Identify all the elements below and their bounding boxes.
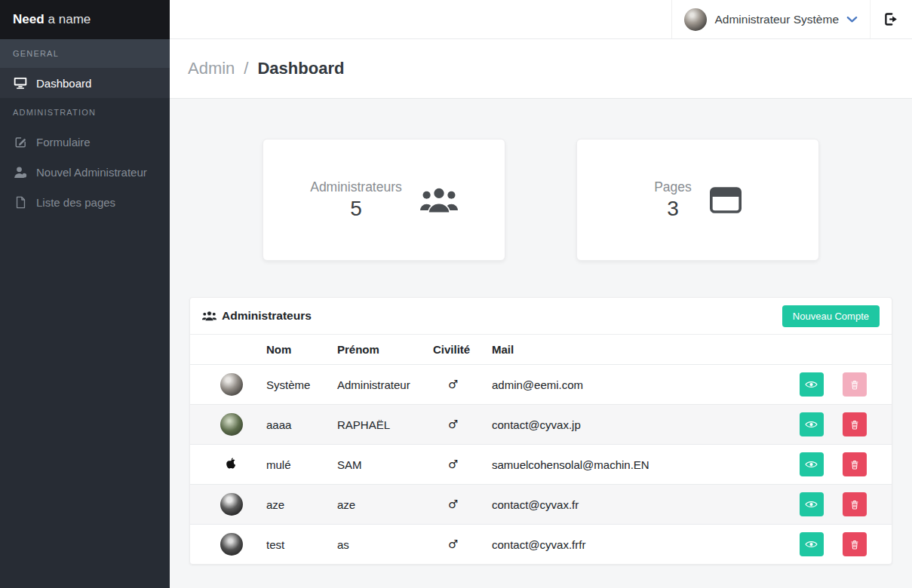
page-icon xyxy=(13,196,28,209)
col-actions xyxy=(760,335,892,365)
col-civilite: Civilité xyxy=(433,335,492,365)
cell-nom: Système xyxy=(266,365,337,405)
cell-civilite: ♂ xyxy=(433,365,492,405)
table-row: aaaa RAPHAËL ♂ contact@cyvax.jp xyxy=(190,405,892,445)
app-brand[interactable]: Need a name xyxy=(0,0,170,39)
trash-icon xyxy=(849,539,860,550)
view-button[interactable] xyxy=(800,492,824,516)
administrators-table: Nom Prénom Civilité Mail Système Adminis… xyxy=(190,335,892,564)
panel-title-text: Administrateurs xyxy=(222,309,312,323)
delete-button[interactable] xyxy=(843,412,867,436)
sign-out-icon xyxy=(883,11,898,27)
stat-cards-row: Administrateurs 5 Pages 3 xyxy=(189,139,892,261)
sidebar-item-formulaire[interactable]: Formulaire xyxy=(0,127,170,157)
sidebar-item-label: Dashboard xyxy=(36,77,91,90)
eye-icon xyxy=(805,500,818,509)
panel-header: Administrateurs Nouveau Compte xyxy=(190,298,892,335)
stat-card-administrateurs: Administrateurs 5 xyxy=(263,139,505,261)
cell-nom: mulé xyxy=(266,445,337,485)
sidebar-item-nouvel-administrateur[interactable]: Nouvel Administrateur xyxy=(0,157,170,187)
cell-mail: contact@cyvax.fr xyxy=(492,485,760,525)
trash-icon xyxy=(849,499,860,510)
main-area: Administrateur Système Admin / Dashboard xyxy=(170,0,912,588)
cell-prenom: as xyxy=(337,525,433,565)
delete-button[interactable] xyxy=(843,492,867,516)
table-row: mulé SAM ♂ samuelcohensolal@machin.EN xyxy=(190,445,892,485)
brand-bold: Need xyxy=(13,12,45,27)
cell-nom: test xyxy=(266,525,337,565)
delete-button[interactable] xyxy=(843,452,867,476)
trash-icon xyxy=(849,459,860,470)
sidebar: Need a name GENERAL Dashboard ADMINISTRA… xyxy=(0,0,170,588)
eye-icon xyxy=(805,420,818,429)
cell-mail: contact@cyvax.jp xyxy=(492,405,760,445)
stat-value: 5 xyxy=(310,197,402,221)
row-avatar xyxy=(220,533,243,556)
trash-icon xyxy=(849,419,860,430)
col-avatar xyxy=(190,335,266,365)
cell-civilite: ♂ xyxy=(433,525,492,565)
male-symbol: ♂ xyxy=(448,418,458,431)
users-icon xyxy=(202,311,216,321)
cell-nom: aze xyxy=(266,485,337,525)
cell-prenom: RAPHAËL xyxy=(337,405,433,445)
col-mail: Mail xyxy=(492,335,760,365)
edit-icon xyxy=(13,136,28,149)
row-avatar xyxy=(220,373,243,396)
content-area: Administrateurs 5 Pages 3 xyxy=(170,99,912,588)
delete-button[interactable] xyxy=(843,372,867,397)
cell-prenom: aze xyxy=(337,485,433,525)
view-button[interactable] xyxy=(800,532,824,556)
breadcrumb: Admin / Dashboard xyxy=(170,39,912,99)
table-row: Système Administrateur ♂ admin@eemi.com xyxy=(190,365,892,405)
eye-icon xyxy=(805,460,818,469)
table-row: aze aze ♂ contact@cyvax.fr xyxy=(190,485,892,525)
view-button[interactable] xyxy=(800,452,824,476)
cell-civilite: ♂ xyxy=(433,445,492,485)
col-nom: Nom xyxy=(266,335,337,365)
logout-button[interactable] xyxy=(870,0,912,38)
desktop-icon xyxy=(13,77,28,89)
cell-prenom: SAM xyxy=(337,445,433,485)
page-title: Dashboard xyxy=(257,59,344,78)
stat-label: Administrateurs xyxy=(310,179,402,195)
sidebar-section-general: GENERAL xyxy=(0,39,170,68)
sidebar-item-liste-des-pages[interactable]: Liste des pages xyxy=(0,187,170,217)
administrators-panel: Administrateurs Nouveau Compte Nom Préno… xyxy=(189,297,892,565)
topbar: Administrateur Système xyxy=(170,0,912,39)
cell-mail: samuelcohensolal@machin.EN xyxy=(492,445,760,485)
stat-card-pages: Pages 3 xyxy=(576,139,819,261)
male-symbol: ♂ xyxy=(448,378,458,391)
col-prenom: Prénom xyxy=(337,335,433,365)
trash-icon xyxy=(849,379,860,390)
user-name: Administrateur Système xyxy=(714,13,839,26)
cell-nom: aaaa xyxy=(266,405,337,445)
table-header-row: Nom Prénom Civilité Mail xyxy=(190,335,892,365)
breadcrumb-separator: / xyxy=(244,59,248,78)
chevron-down-icon xyxy=(846,16,858,23)
window-icon xyxy=(710,187,742,213)
sidebar-item-label: Formulaire xyxy=(36,136,91,149)
user-menu[interactable]: Administrateur Système xyxy=(671,0,870,38)
users-icon xyxy=(420,186,458,213)
cell-mail: admin@eemi.com xyxy=(492,365,760,405)
table-row: test as ♂ contact@cyvax.frfr xyxy=(190,525,892,565)
cell-mail: contact@cyvax.frfr xyxy=(492,525,760,565)
new-account-button[interactable]: Nouveau Compte xyxy=(782,305,880,327)
row-avatar xyxy=(220,493,243,516)
delete-button[interactable] xyxy=(843,532,867,556)
sidebar-item-dashboard[interactable]: Dashboard xyxy=(0,68,170,98)
stat-value: 3 xyxy=(654,197,692,221)
view-button[interactable] xyxy=(800,412,824,436)
view-button[interactable] xyxy=(800,372,824,397)
cell-prenom: Administrateur xyxy=(337,365,433,405)
male-symbol: ♂ xyxy=(448,537,458,551)
breadcrumb-parent[interactable]: Admin xyxy=(188,59,235,78)
panel-title: Administrateurs xyxy=(202,309,312,323)
sidebar-item-label: Nouvel Administrateur xyxy=(36,166,147,179)
eye-icon xyxy=(805,380,818,389)
cell-civilite: ♂ xyxy=(433,405,492,445)
apple-logo-avatar xyxy=(220,453,243,476)
male-symbol: ♂ xyxy=(448,498,458,511)
cell-civilite: ♂ xyxy=(433,485,492,525)
